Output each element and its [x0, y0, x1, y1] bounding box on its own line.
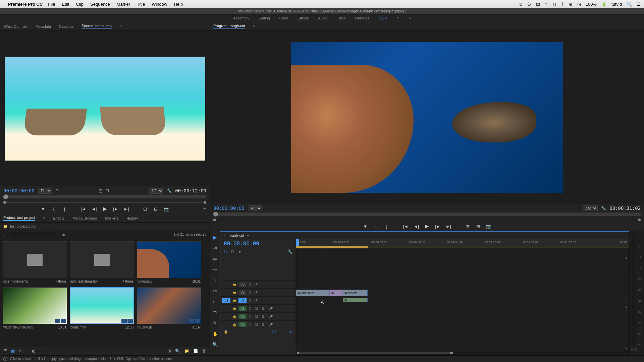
tab-markers[interactable]: Markers	[105, 216, 118, 220]
close-sequence-icon[interactable]: ×	[224, 233, 226, 237]
clip-waterfall[interactable]: ▣waterfa	[343, 290, 368, 296]
menu-file[interactable]: File	[48, 2, 55, 7]
project-item[interactable]: light-leak-transition4 Items	[70, 241, 134, 285]
source-wrench-icon[interactable]: 🔧	[167, 188, 172, 193]
extract-button[interactable]: ⊟	[475, 224, 481, 229]
source-timecode-left[interactable]: 00:00:00:00	[3, 188, 35, 193]
sequence-thumb[interactable]	[137, 287, 201, 324]
zoom-slider[interactable]: ◐——	[32, 349, 43, 353]
project-panel-menu-icon[interactable]: ≡	[43, 216, 45, 220]
spotlight-icon[interactable]: 🔍	[627, 2, 632, 7]
time-machine-icon[interactable]: ◷	[577, 2, 581, 7]
tab-history[interactable]: History	[126, 216, 138, 220]
go-to-out-button[interactable]: ►|	[445, 224, 451, 229]
selection-tool[interactable]: ▶	[212, 234, 218, 241]
scroll-handle[interactable]: ○	[625, 256, 628, 260]
timeline-panel-menu-icon[interactable]: ≡	[247, 233, 249, 237]
program-wrench-icon[interactable]: 🔧	[601, 206, 606, 210]
source-scrub-bar[interactable]	[0, 195, 210, 201]
mark-out-button[interactable]: }	[62, 206, 68, 212]
slide-tool[interactable]: ⊐	[212, 309, 218, 316]
button-editor-icon[interactable]: +	[638, 223, 641, 229]
track-select-tool[interactable]: ⇥	[212, 245, 218, 251]
clock-icon[interactable]: ⏱	[527, 2, 531, 7]
project-search-input[interactable]	[9, 232, 56, 237]
video-thumb[interactable]	[137, 241, 201, 278]
hand-tool[interactable]: ✋	[212, 330, 218, 337]
track-a3-header[interactable]: 🔒A3⊡MS🎤	[220, 320, 296, 328]
display-icon[interactable]: ⎙	[545, 2, 547, 7]
add-marker-button[interactable]: ▼	[40, 206, 46, 212]
play-button[interactable]: ▶	[102, 206, 108, 212]
step-forward-button[interactable]: |►	[435, 224, 441, 229]
rate-stretch-tool[interactable]: ⤡	[212, 277, 218, 284]
auto-sequence-icon[interactable]: ⊞	[168, 349, 171, 353]
icon-view-icon[interactable]: ▦	[11, 349, 15, 353]
find-icon[interactable]: 🔍	[175, 349, 180, 353]
track-a1-header[interactable]: 🔒A1⊡MS🎤	[220, 304, 296, 312]
mark-in-button[interactable]: {	[373, 224, 379, 229]
workspace-overflow-icon[interactable]: »	[409, 16, 411, 20]
time-ruler[interactable]: :00:00 00:00:16:00 00:00:32:00 00:00:48:…	[296, 239, 629, 246]
program-panel-menu-icon[interactable]: ≡	[253, 24, 255, 28]
rolling-edit-tool[interactable]: ⇔	[212, 266, 218, 273]
folder-thumb[interactable]	[70, 241, 134, 278]
add-marker-button[interactable]: ▼	[362, 224, 368, 229]
zoom-tool[interactable]: 🔍	[212, 341, 218, 348]
go-to-in-button[interactable]: |◄	[80, 206, 87, 212]
project-item[interactable]: rough-cut31:02	[137, 287, 201, 330]
cc-sync-icon[interactable]: ⎚	[520, 2, 522, 7]
freeform-view-icon[interactable]: ○	[19, 349, 21, 353]
workspace-audio[interactable]: Audio	[318, 16, 327, 20]
project-item[interactable]: cine-movements7 Items	[3, 241, 67, 285]
track-v1-header[interactable]: V1🔒V1⊡👁	[220, 296, 296, 304]
workspace-menu-icon[interactable]: ≡	[397, 16, 399, 20]
video-thumb[interactable]	[70, 287, 134, 324]
mark-in-button[interactable]: {	[51, 206, 57, 212]
program-timecode-left[interactable]: 00:00:00:00	[213, 205, 245, 211]
menu-clip[interactable]: Clip	[76, 2, 84, 7]
audio-meters[interactable]: 0--6--12 --18--24--30 --36--42--48 --54-…	[629, 231, 644, 355]
source-fit-select[interactable]: Fit	[38, 188, 52, 194]
clip-transition[interactable]: ▣	[329, 290, 343, 296]
video-thumb[interactable]	[3, 287, 67, 324]
tab-source[interactable]: Source: boats.mov	[82, 24, 112, 29]
slip-tool[interactable]: ⊏	[212, 298, 218, 305]
menu-help[interactable]: Help	[174, 2, 183, 7]
wifi-icon[interactable]: ⊕	[569, 2, 573, 7]
clip-turtle[interactable]: ▣turtle.mov	[296, 290, 329, 296]
snap-icon[interactable]: ⊔	[224, 249, 227, 254]
step-back-button[interactable]: ◄|	[413, 224, 419, 229]
source-playhead-zone[interactable]	[0, 201, 210, 204]
workspace-color[interactable]: Color	[279, 16, 288, 20]
drives-icon[interactable]: ⫿⫿	[552, 2, 557, 7]
timeline-horizontal-scroll[interactable]	[296, 351, 629, 355]
workspace-assembly[interactable]: Assembly	[233, 16, 249, 20]
source-video-preview[interactable]	[5, 57, 205, 161]
notification-icon[interactable]: ▤	[536, 2, 540, 7]
tab-metadata[interactable]: Metadata	[36, 24, 51, 28]
clip-audio[interactable]: ▣	[343, 298, 368, 302]
timeline-settings-icon[interactable]: 🔧	[287, 249, 292, 254]
app-name[interactable]: Premiere Pro CC	[8, 2, 43, 7]
program-fit-select[interactable]: Fit	[248, 205, 262, 211]
menu-window[interactable]: Window	[152, 2, 167, 7]
source-safe-margins-icon[interactable]: ▤	[99, 188, 102, 193]
step-back-button[interactable]: ◄|	[91, 206, 97, 212]
battery-icon[interactable]: 🔋	[601, 2, 607, 7]
project-item[interactable]: waterfall-jungle.mov10:01	[3, 287, 67, 330]
marker-icon[interactable]: ▼	[238, 249, 242, 254]
track-v2-header[interactable]: 🔒V2⊡👁	[220, 288, 296, 296]
menu-edit[interactable]: Edit	[62, 2, 69, 7]
timeline-timecode[interactable]: 00:00:00:00	[220, 239, 296, 248]
new-bin-icon[interactable]: 📁	[184, 349, 189, 353]
step-forward-button[interactable]: |►	[113, 206, 119, 212]
scroll-handle[interactable]: ○	[625, 346, 628, 350]
go-to-in-button[interactable]: |◄	[402, 224, 409, 229]
track-a2-header[interactable]: 🔒A2⊡MS🎤	[220, 312, 296, 320]
user-name[interactable]: tutvid	[611, 2, 622, 7]
play-button[interactable]: ▶	[424, 223, 430, 229]
tab-project[interactable]: Project: test-project	[3, 216, 35, 221]
project-item[interactable]: turtle.mov16:01	[137, 241, 201, 285]
tab-program[interactable]: Program: rough-cut	[213, 24, 245, 29]
